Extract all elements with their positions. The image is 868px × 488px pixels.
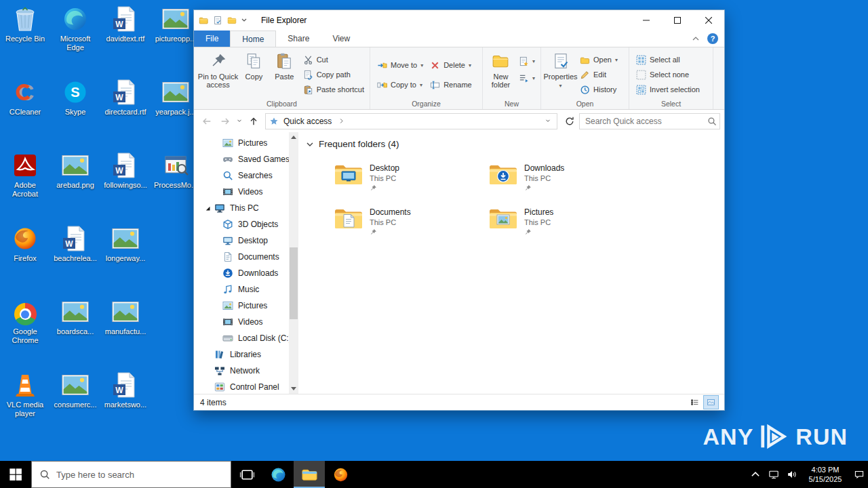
- cut-button[interactable]: Cut: [300, 53, 368, 66]
- help-button[interactable]: ?: [707, 33, 718, 44]
- address-bar[interactable]: Quick access: [265, 113, 557, 129]
- thumbnails-view-button[interactable]: [704, 396, 718, 409]
- folder-tile-pictures[interactable]: PicturesThis PC: [488, 207, 643, 251]
- minimize-button[interactable]: [631, 10, 662, 30]
- desktop-icon-manufactu[interactable]: manufactu...: [103, 298, 148, 336]
- sidebar-item-this-pc[interactable]: This PC: [194, 200, 289, 216]
- explorer-search-box[interactable]: [579, 113, 720, 129]
- sidebar-item-libraries[interactable]: Libraries: [194, 346, 289, 363]
- folder-tile-downloads[interactable]: DownloadsThis PC: [488, 163, 643, 207]
- desktop-icon-google-chrome[interactable]: Google Chrome: [3, 298, 47, 345]
- sidebar-item-videos[interactable]: Videos: [194, 184, 289, 200]
- back-button[interactable]: [198, 113, 215, 129]
- details-view-button[interactable]: [688, 396, 702, 409]
- desktop-icon-beachrelea[interactable]: Wbeachrelea...: [53, 225, 98, 263]
- rename-button[interactable]: Rename: [427, 78, 475, 92]
- folder-tile-documents[interactable]: DocumentsThis PC: [334, 207, 488, 251]
- easy-access-button[interactable]: ▾: [515, 71, 538, 85]
- delete-button[interactable]: Delete▾: [427, 58, 475, 72]
- titlebar[interactable]: File Explorer: [194, 10, 724, 30]
- sidebar-item-pictures[interactable]: Pictures: [194, 135, 289, 151]
- tab-file[interactable]: File: [194, 30, 230, 47]
- sidebar-item-searches[interactable]: Searches: [194, 167, 289, 184]
- sidebar-item-documents[interactable]: Documents: [194, 249, 289, 265]
- explorer-search-input[interactable]: [585, 117, 707, 126]
- close-button[interactable]: [693, 10, 724, 30]
- desktop-icon-firefox[interactable]: Firefox: [3, 225, 47, 263]
- volume-icon[interactable]: [783, 461, 801, 488]
- properties-button[interactable]: Properties ▾: [545, 49, 576, 90]
- taskbar-edge-button[interactable]: [262, 461, 294, 488]
- desktop-icon-longerway[interactable]: longerway...: [103, 225, 148, 263]
- sidebar-item-downloads[interactable]: Downloads: [194, 265, 289, 281]
- desktop-icon-arebad-png[interactable]: arebad.png: [53, 152, 98, 190]
- scrollbar-thumb[interactable]: [290, 247, 298, 319]
- select-all-button[interactable]: Select all: [633, 53, 703, 66]
- desktop-icon-skype[interactable]: SSkype: [53, 79, 98, 117]
- desktop-icon-consumerc[interactable]: consumerc...: [53, 371, 98, 409]
- sidebar-item-control-panel[interactable]: Control Panel: [194, 379, 289, 394]
- folder-tile-desktop[interactable]: DesktopThis PC: [334, 163, 488, 207]
- desktop-icon-marketswo[interactable]: Wmarketswo...: [103, 371, 148, 409]
- network-icon[interactable]: [764, 461, 783, 488]
- taskbar-firefox-button[interactable]: [325, 461, 356, 488]
- taskbar-file-explorer-button[interactable]: [294, 461, 325, 488]
- qat-customize-button[interactable]: [241, 18, 247, 22]
- address-dropdown-button[interactable]: [542, 119, 553, 123]
- sidebar-item-local-disk-c[interactable]: Local Disk (C:): [194, 330, 289, 346]
- invert-selection-button[interactable]: Invert selection: [633, 83, 703, 96]
- pin-to-quick-access-button[interactable]: Pin to Quick access: [197, 49, 239, 89]
- desktop-icon-ccleaner[interactable]: CCCleaner: [3, 79, 47, 117]
- sidebar-item-desktop[interactable]: Desktop: [194, 232, 289, 249]
- move-to-button[interactable]: Move to▾: [374, 58, 427, 72]
- history-button[interactable]: History: [576, 83, 621, 96]
- frequent-folders-section-header[interactable]: Frequent folders (4): [304, 139, 724, 149]
- collapse-ribbon-button[interactable]: [692, 37, 699, 41]
- sidebar-item-pictures[interactable]: Pictures: [194, 298, 289, 314]
- tab-home[interactable]: Home: [230, 30, 276, 47]
- sidebar-item-saved-games[interactable]: Saved Games: [194, 151, 289, 167]
- desktop-icon-davidtext-rtf[interactable]: Wdavidtext.rtf: [103, 5, 148, 43]
- task-view-button[interactable]: [231, 461, 262, 488]
- copy-path-button[interactable]: Copy path: [300, 68, 368, 81]
- qat-new-folder-button[interactable]: [227, 16, 237, 25]
- desktop-icon-recycle-bin[interactable]: Recycle Bin: [3, 5, 47, 43]
- desktop-icon-directcard-rtf[interactable]: Wdirectcard.rtf: [103, 79, 148, 117]
- expand-arrow-icon[interactable]: [204, 205, 211, 211]
- desktop-icon-vlc-media-player[interactable]: VLC media player: [3, 371, 47, 418]
- copy-to-button[interactable]: Copy to▾: [374, 78, 427, 92]
- action-center-button[interactable]: [850, 461, 868, 488]
- select-none-button[interactable]: Select none: [633, 68, 703, 81]
- desktop-icon-adobe-acrobat[interactable]: Adobe Acrobat: [3, 152, 47, 199]
- copy-button[interactable]: Copy: [239, 49, 269, 81]
- sidebar-item-3d-objects[interactable]: 3D Objects: [194, 216, 289, 232]
- breadcrumb-location[interactable]: Quick access: [283, 117, 332, 126]
- scroll-down-arrow[interactable]: [289, 384, 298, 394]
- taskbar-search[interactable]: [31, 461, 231, 488]
- sidebar-item-videos[interactable]: Videos: [194, 314, 289, 330]
- qat-properties-button[interactable]: [213, 16, 222, 25]
- taskbar-search-input[interactable]: [56, 470, 223, 480]
- desktop-icon-boardsca[interactable]: boardsca...: [53, 298, 98, 336]
- nav-pane-scrollbar[interactable]: [289, 132, 298, 394]
- sidebar-item-music[interactable]: Music: [194, 281, 289, 298]
- edit-button[interactable]: Edit: [576, 68, 621, 81]
- desktop-icon-pictureopp[interactable]: pictureopp...: [153, 5, 198, 43]
- scroll-up-arrow[interactable]: [289, 132, 298, 142]
- desktop-icon-followingso[interactable]: Wfollowingso...: [103, 152, 148, 190]
- tab-view[interactable]: View: [321, 30, 361, 47]
- breadcrumb-chevron-icon[interactable]: [340, 118, 344, 124]
- hidden-icons-button[interactable]: [746, 461, 764, 488]
- taskbar-clock[interactable]: 4:03 PM 5/15/2025: [801, 465, 850, 484]
- start-button[interactable]: [0, 461, 31, 488]
- paste-shortcut-button[interactable]: Paste shortcut: [300, 83, 368, 96]
- up-button[interactable]: [245, 113, 262, 129]
- refresh-button[interactable]: [561, 113, 578, 129]
- forward-button[interactable]: [216, 113, 233, 129]
- new-folder-button[interactable]: New folder: [486, 49, 515, 89]
- new-item-button[interactable]: ▾: [515, 54, 538, 68]
- tab-share[interactable]: Share: [276, 30, 321, 47]
- section-collapse-icon[interactable]: [307, 142, 313, 146]
- maximize-button[interactable]: [662, 10, 693, 30]
- paste-button[interactable]: Paste: [269, 49, 300, 81]
